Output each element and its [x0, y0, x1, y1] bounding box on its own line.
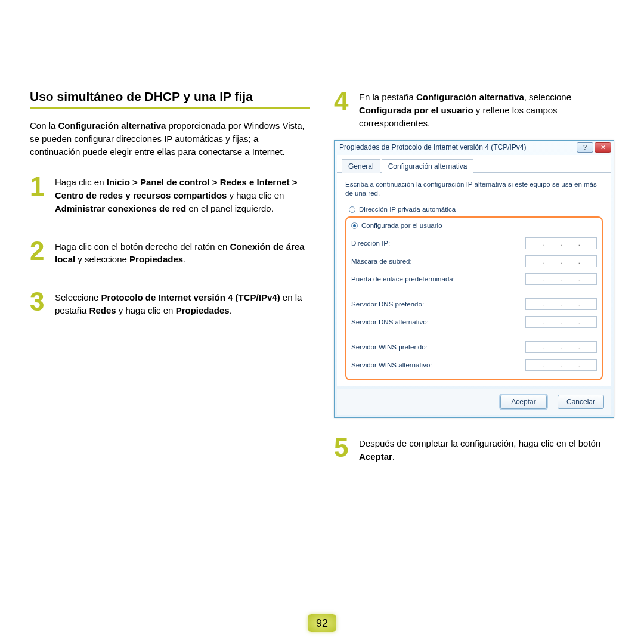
text: Haga clic en: [55, 177, 107, 187]
text-bold: Protocolo de Internet versión 4 (TCP/IPv…: [101, 292, 280, 302]
text-bold: Aceptar: [359, 451, 392, 462]
tab-alternative-config[interactable]: Configuración alternativa: [382, 159, 474, 173]
row-ip-address: Dirección IP: ...: [351, 237, 597, 249]
text: Después de completar la configuración, h…: [359, 438, 600, 448]
row-wins-preferred: Servidor WINS preferido: ...: [351, 341, 597, 353]
text: Con la: [30, 120, 58, 131]
text-bold: Configuración alternativa: [58, 120, 166, 131]
section-heading: Uso simultáneo de DHCP y una IP fija: [30, 89, 310, 109]
default-gateway-input[interactable]: ...: [525, 273, 597, 285]
row-subnet-mask: Máscara de subred: ...: [351, 255, 597, 267]
field-label: Puerta de enlace predeterminada:: [351, 275, 455, 283]
text-bold: Configurada por el usuario: [359, 105, 473, 115]
step-2: 2 Haga clic con el botón derecho del rat…: [30, 239, 310, 267]
text-bold: Administrar conexiones de red: [55, 203, 186, 213]
field-label: Servidor DNS alternativo:: [351, 318, 429, 326]
wins-preferred-input[interactable]: ...: [525, 341, 597, 353]
text: .: [392, 451, 395, 462]
dialog-instruction-text: Escriba a continuación la configuración …: [345, 180, 603, 198]
text: .: [183, 254, 185, 264]
dns-preferred-input[interactable]: ...: [525, 298, 597, 310]
text: y seleccione: [75, 254, 129, 264]
radio-icon: [351, 222, 358, 229]
step-number: 4: [334, 89, 353, 113]
tcp-ipv4-properties-dialog: Propiedades de Protocolo de Internet ver…: [334, 140, 614, 418]
radio-label: Configurada por el usuario: [361, 222, 442, 229]
tab-strip: General Configuración alternativa: [337, 155, 611, 173]
text-bold: Redes: [89, 305, 116, 315]
text-bold: Configuración alternativa: [416, 92, 524, 102]
document-page: Uso simultáneo de DHCP y una IP fija Con…: [0, 0, 644, 487]
text: , seleccione: [524, 92, 571, 102]
radio-icon: [349, 206, 355, 213]
left-column: Uso simultáneo de DHCP y una IP fija Con…: [30, 89, 310, 487]
intro-paragraph: Con la Configuración alternativa proporc…: [30, 119, 310, 158]
field-label: Servidor WINS alternativo:: [351, 361, 432, 369]
subnet-mask-input[interactable]: ...: [525, 255, 597, 267]
row-wins-alternative: Servidor WINS alternativo: ...: [351, 359, 597, 371]
radio-user-configured[interactable]: Configurada por el usuario: [351, 220, 597, 231]
step-3: 3 Seleccione Protocolo de Internet versi…: [30, 290, 310, 317]
step-number: 5: [334, 436, 353, 460]
row-dns-preferred: Servidor DNS preferido: ...: [351, 298, 597, 310]
step-number: 2: [30, 239, 49, 263]
dialog-titlebar: Propiedades de Protocolo de Internet ver…: [335, 141, 614, 155]
text: En la pestaña: [359, 92, 416, 102]
text-bold: Propiedades: [176, 305, 230, 315]
dialog-title: Propiedades de Protocolo de Internet ver…: [339, 143, 577, 151]
step-1: 1 Haga clic en Inicio > Panel de control…: [30, 175, 310, 215]
step-4: 4 En la pestaña Configuración alternativ…: [334, 89, 614, 129]
titlebar-buttons: ? ✕: [577, 142, 611, 153]
help-button[interactable]: ?: [577, 142, 593, 153]
step-text: Haga clic en Inicio > Panel de control >…: [55, 175, 310, 215]
step-number: 1: [30, 175, 49, 199]
text-bold: Propiedades: [129, 254, 183, 264]
close-button[interactable]: ✕: [595, 142, 611, 153]
text: y haga clic en: [116, 305, 176, 315]
dns-alternative-input[interactable]: ...: [525, 316, 597, 328]
radio-label: Dirección IP privada automática: [359, 206, 456, 213]
field-label: Servidor WINS preferido:: [351, 343, 428, 351]
dialog-body: Escriba a continuación la configuración …: [337, 173, 611, 386]
step-text: Después de completar la configuración, h…: [359, 436, 614, 463]
tab-general[interactable]: General: [342, 159, 380, 173]
radio-auto-ip[interactable]: Dirección IP privada automática: [345, 204, 603, 215]
page-number-badge: 92: [308, 614, 336, 632]
step-5: 5 Después de completar la configuración,…: [334, 436, 614, 463]
step-text: En la pestaña Configuración alternativa,…: [359, 89, 614, 129]
field-label: Máscara de subred:: [351, 258, 412, 265]
ok-button[interactable]: Aceptar: [500, 395, 547, 409]
text: en el panel izquierdo.: [186, 203, 274, 213]
wins-alternative-input[interactable]: ...: [525, 359, 597, 371]
dialog-footer: Aceptar Cancelar: [337, 389, 611, 415]
text: Seleccione: [55, 292, 101, 302]
row-default-gateway: Puerta de enlace predeterminada: ...: [351, 273, 597, 285]
step-number: 3: [30, 290, 49, 314]
field-label: Servidor DNS preferido:: [351, 301, 424, 308]
text: .: [230, 305, 232, 315]
user-configured-highlight: Configurada por el usuario Dirección IP:…: [345, 216, 603, 380]
text: y haga clic en: [227, 190, 284, 200]
step-text: Haga clic con el botón derecho del ratón…: [55, 239, 310, 267]
ip-address-input[interactable]: ...: [525, 237, 597, 249]
row-dns-alternative: Servidor DNS alternativo: ...: [351, 316, 597, 328]
field-label: Dirección IP:: [351, 240, 390, 247]
step-text: Seleccione Protocolo de Internet versión…: [55, 290, 310, 317]
text: Haga clic con el botón derecho del ratón…: [55, 242, 230, 252]
cancel-button[interactable]: Cancelar: [558, 395, 604, 409]
right-column: 4 En la pestaña Configuración alternativ…: [334, 89, 614, 487]
